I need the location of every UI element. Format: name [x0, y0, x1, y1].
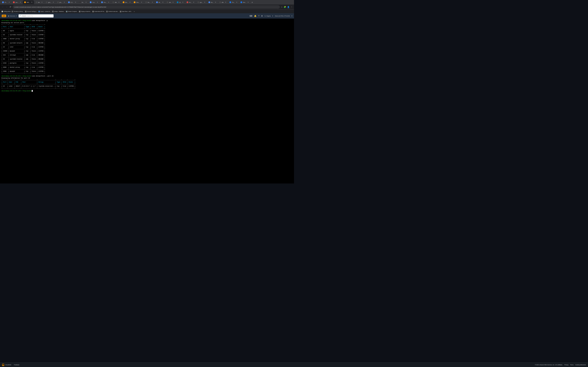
bookmark-icon: T — [12, 11, 13, 12]
chevron-down-icon-account: ▾ — [292, 15, 292, 17]
terminal-line-sep-r2: +-------+------------------+------+-----… — [1, 36, 293, 38]
terminal-row-22: | 22 | sshd | tcp | true | LISTEN | — [1, 46, 293, 48]
tab-cha2[interactable]: Cha... ✕ — [132, 0, 144, 4]
tab-gho[interactable]: gho... ✕ — [44, 0, 55, 4]
terminal-line-sep-r1: +-------+------------------+------+-----… — [1, 32, 293, 34]
bookmark-icon: 🔵 — [38, 11, 40, 12]
tab-dev5[interactable]: Dev... ✕ — [239, 0, 250, 4]
aws-header: aws ⊞ Services ▾ 🔍 Search [Option+S] ⌨ 🔔… — [0, 13, 294, 18]
tab-gro[interactable]: Gro... ✕ — [100, 0, 111, 4]
nav-bar: ← → ↺ us-east-1.console.aws.amazon.com/e… — [0, 5, 294, 9]
bookmark-terraform[interactable]: T Terraform: Attemp... — [12, 11, 24, 12]
tab-ho3[interactable]: Ho... ✕ — [185, 0, 196, 4]
terminal-line-sep1b: +-------+------------------+------+-----… — [1, 28, 293, 30]
terminal[interactable]: ubuntu@ip-172-31-95-167:~/hng-test$ sudo… — [0, 18, 294, 184]
more-bookmarks[interactable]: » — [134, 11, 135, 12]
user-region[interactable]: N. Virginia — [265, 15, 270, 17]
terminal-row-5432: | 5432 | postgres | tcp | false | LISTEN… — [1, 62, 293, 64]
profile-button[interactable]: 👤 — [287, 6, 290, 8]
terminal-row-80: | 80 | nginx | tcp | false | LISTEN | — [1, 30, 293, 32]
terminal-line-sep-r6: +-------+------------------+------+-----… — [1, 52, 293, 54]
terminal-line-output1: Displaying all active ports — [1, 22, 293, 24]
terminal-line-sep-r3: +-------+------------------+------+-----… — [1, 40, 293, 42]
terminal-row-33060: | 33060 | mysqld | tcp | false | LISTEN … — [1, 50, 293, 52]
bookmark-button[interactable]: ☆ — [281, 6, 283, 8]
bookmark-icon: ⚙ — [25, 11, 26, 12]
search-icon: 🔍 — [20, 15, 22, 17]
terminal-row-53b: | 53 | systemd-resolve | udp | false | U… — [1, 58, 293, 60]
bookmark-account[interactable]: ⚙ Account Settings |... — [25, 11, 37, 12]
menu-button[interactable]: ⋮ — [291, 6, 293, 8]
search-placeholder: Search — [22, 15, 26, 17]
bookmark-docker[interactable]: 🐳 Docker Compose... — [66, 11, 78, 12]
terminal-line-output2: Displaying information for port 22 — [1, 77, 293, 79]
bell-icon[interactable]: 🔔 — [254, 15, 257, 17]
bookmark-icon: 📝 — [1, 11, 3, 12]
tab-ho4[interactable]: Ho... ✕ — [207, 0, 218, 4]
tab-dev2[interactable]: dev ✕ — [111, 0, 121, 4]
terminal-row2-22: | 22 | sshd | 48117 | 0.0.0.0:* [::]:* |… — [1, 85, 293, 87]
services-label: Services — [10, 15, 15, 17]
extension-button[interactable]: 🧩 — [284, 6, 286, 8]
tab-ho2[interactable]: Ho... ✕ — [144, 0, 155, 4]
tab-dev4[interactable]: dev ✕ — [218, 0, 228, 4]
reload-button[interactable]: ↺ — [9, 5, 12, 8]
tab-tru[interactable]: Tru... ✕ — [228, 0, 239, 4]
cursor — [32, 90, 33, 92]
help-icon[interactable]: ? — [258, 15, 259, 17]
tab-pro[interactable]: pro... ✕ — [56, 0, 67, 4]
bookmark-eks[interactable]: ☁ Data Plane – EKS... — [120, 11, 132, 12]
user-account[interactable]: Ofure @ 3700-1779-0153 — [275, 15, 290, 17]
tab-htt[interactable]: htt... ✕ — [155, 0, 165, 4]
terminal-line-cmd2: ubuntu@ip-172-31-95-167:~/hng-test$ sudo… — [1, 75, 293, 77]
forward-button[interactable]: → — [5, 5, 8, 8]
tab-aws-active[interactable]: 143... ✕ — [23, 0, 34, 4]
tab-ho1[interactable]: ho... ✕ — [78, 0, 88, 4]
tab-ila[interactable]: I La... ✕ — [88, 0, 100, 4]
address-bar[interactable]: us-east-1.console.aws.amazon.com/ec2-ins… — [13, 5, 280, 9]
terminal-line-sep-r8: +-------+------------------+------+-----… — [1, 60, 293, 62]
aws-logo[interactable]: aws — [2, 15, 6, 17]
terminal-line-sep2b: +------+-------+-------+----------------… — [1, 83, 293, 85]
bookmark-editing[interactable]: 📝 Editing article — [1, 11, 10, 12]
bookmark-mysql[interactable]: 🔵 mysql – Laravel wi... — [38, 11, 51, 12]
terminal-row-8080: | 8080 | docker-proxy | tcp | true | LIS… — [1, 66, 293, 68]
aws-services-menu[interactable]: ⊞ Services ▾ — [8, 15, 17, 17]
tab-lau[interactable]: Lau... ✕ — [12, 0, 23, 4]
browser-window: Ch... ✕ Lau... ✕ 143... ✕ dev ✕ gho... ✕… — [0, 0, 294, 13]
tab-dev3[interactable]: dev ✕ — [165, 0, 175, 4]
search-shortcut: [Option+S] — [27, 15, 33, 17]
tab-dev1[interactable]: dev ✕ — [34, 0, 44, 4]
cloudshell-icon[interactable]: ⌨ — [250, 15, 252, 17]
chevron-down-icon: ▾ — [16, 15, 17, 17]
back-button[interactable]: ← — [1, 5, 4, 8]
terminal-row-4000: | 4000 | docker-proxy | tcp | true | LIS… — [1, 38, 293, 40]
new-tab-button[interactable]: ＋ — [251, 1, 253, 4]
tab-1g[interactable]: 1.G... ✕ — [67, 0, 78, 4]
aws-header-right: ⌨ 🔔 ? ⚙ N. Virginia ▾ Ofure @ 3700-1779-… — [250, 15, 292, 17]
bookmark-kube-api[interactable]: ☸ Kubernetes API Re... — [92, 11, 105, 12]
bookmark-terraform-aws[interactable]: T terraform-aws-iam... — [106, 11, 119, 12]
bookmarks-bar: 📝 Editing article T Terraform: Attemp...… — [0, 9, 294, 13]
settings-icon[interactable]: ⚙ — [261, 15, 263, 17]
address-text: us-east-1.console.aws.amazon.com/ec2-ins… — [14, 7, 106, 8]
terminal-line-sep2c: +------+-------+-------+----------------… — [1, 87, 293, 89]
aws-search-box[interactable]: 🔍 Search [Option+S] — [18, 14, 53, 17]
terminal-table-header: | Port | User | Type | IPv6 | State | — [1, 26, 293, 28]
terminal-line-sep-r9: +-------+------------------+------+-----… — [1, 64, 293, 66]
terminal-line-sep-end: +-------+------------------+------+-----… — [1, 72, 293, 74]
bookmark-kubernetes[interactable]: ☸ Deploy a Kuberne... — [79, 11, 91, 12]
tab-linkedin[interactable]: (1) ✕ — [175, 0, 185, 4]
tab-ser[interactable]: Ser... ✕ — [121, 0, 132, 4]
tab-sys[interactable]: sys... ✕ — [196, 0, 207, 4]
terminal-table2-header: | Port | User | PID | Peer | CGroup | Ty… — [1, 81, 293, 83]
tab-bar: Ch... ✕ Lau... ✕ 143... ✕ dev ✕ gho... ✕… — [0, 0, 294, 5]
bookmark-icon: T — [106, 11, 108, 12]
terminal-row-68: | 68 | systemd-network | udp | false | U… — [1, 42, 293, 44]
terminal-row-323: | 323 | chronyd | udp | true | UNCONN | — [1, 54, 293, 56]
terminal-line-sep2a: +------+-------+-------+----------------… — [1, 79, 293, 81]
bookmark-xampp[interactable]: X xampp – Database... — [52, 11, 65, 12]
tab-cha[interactable]: Ch... ✕ — [1, 0, 11, 4]
nav-actions: ☆ 🧩 👤 ⋮ — [281, 6, 293, 8]
terminal-row-3306: | 3306 | mysqld | tcp | false | LISTEN | — [1, 70, 293, 72]
